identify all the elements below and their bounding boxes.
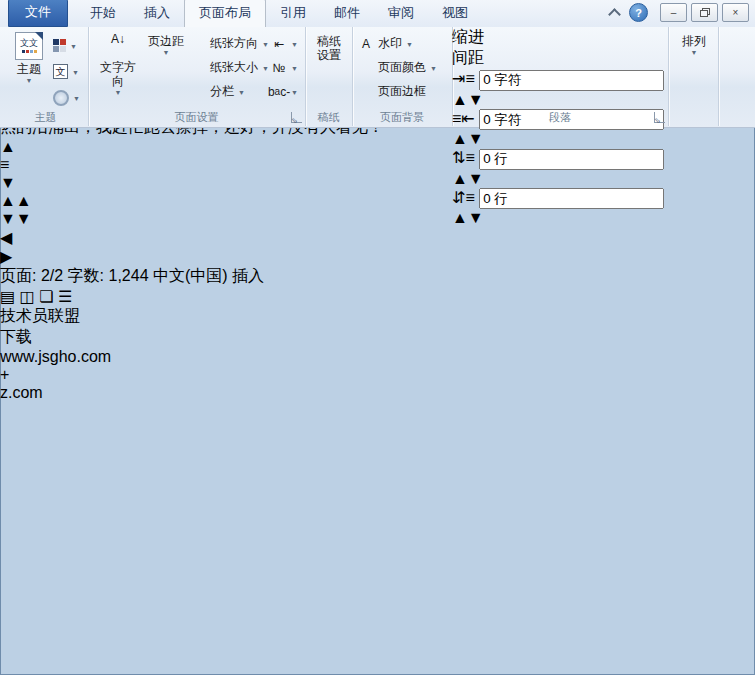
restore-icon — [700, 8, 710, 17]
theme-effects-button[interactable]: ▼ — [53, 87, 80, 108]
theme-effects-icon — [53, 90, 69, 106]
tab-插入[interactable]: 插入 — [130, 0, 184, 27]
spacing-before-spinner: ⇅≡ ▲▼ — [452, 148, 668, 188]
tab-视图[interactable]: 视图 — [428, 0, 482, 27]
indent-right-down[interactable]: ▼ — [468, 130, 484, 147]
full-screen-reading-view-button[interactable]: ◫ — [20, 288, 35, 305]
help-icon[interactable]: ? — [629, 3, 648, 22]
group-label-paragraph: 段落 — [452, 110, 668, 125]
scroll-right-button[interactable]: ▶ — [0, 247, 755, 266]
indent-right-up[interactable]: ▲ — [452, 130, 468, 147]
spacing-after-down[interactable]: ▼ — [468, 209, 484, 226]
indent-left-down[interactable]: ▼ — [468, 91, 484, 108]
status-bar: 页面: 2/2 字数: 1,244 中文(中国) 插入 ▤ ◫ ❏ ☰ — [0, 266, 755, 306]
indent-left-icon: ⇥≡ — [452, 70, 475, 87]
spacing-before-up[interactable]: ▲ — [452, 170, 468, 187]
indent-left-spinner: ⇥≡ ▲▼ — [452, 69, 668, 109]
themes-icon: 文文 — [15, 32, 43, 60]
web-layout-view-button[interactable]: ❏ — [39, 288, 53, 305]
spacing-before-down[interactable]: ▼ — [468, 170, 484, 187]
group-label-page-background: 页面背景 — [352, 110, 452, 125]
theme-colors-icon — [53, 39, 66, 52]
word-window: 文件开始插入页面布局引用邮件审阅视图 ? – × 文文 主题 ▼ ▼ — [0, 0, 755, 675]
view-switcher: ▤ ◫ ❏ ☰ — [0, 287, 755, 306]
line-numbers-button[interactable]: № ▼ — [271, 57, 298, 78]
line-numbers-icon: № — [271, 60, 287, 76]
tab-审阅[interactable]: 审阅 — [374, 0, 428, 27]
page-indicator[interactable]: 页面: 2/2 — [0, 267, 63, 284]
tab-文件[interactable]: 文件 — [8, 0, 68, 27]
spacing-after-input[interactable] — [479, 188, 664, 209]
watermark-plus-icon: + — [0, 366, 755, 384]
tab-页面布局[interactable]: 页面布局 — [184, 0, 266, 27]
theme-fonts-button[interactable]: 文 ▼ — [53, 61, 79, 82]
theme-colors-button[interactable]: ▼ — [53, 35, 77, 56]
collapse-ribbon-icon[interactable] — [608, 8, 621, 21]
group-genko: 稿纸设置 稿纸 — [305, 27, 353, 126]
paper-size-button[interactable]: 纸张大小▼ — [190, 57, 269, 78]
watermark-icon: A — [362, 37, 370, 51]
spacing-after-up[interactable]: ▲ — [452, 209, 468, 226]
page-setup-dialog-launcher[interactable] — [291, 112, 302, 123]
page-borders-button[interactable]: 页面边框 — [358, 81, 426, 102]
watermark-suffix: z.com — [0, 384, 755, 402]
spacing-after-spinner: ⇵≡ ▲▼ — [452, 188, 668, 228]
tab-引用[interactable]: 引用 — [266, 0, 320, 27]
text-direction-icon: A↓ — [105, 32, 131, 58]
print-layout-view-button[interactable]: ▤ — [0, 288, 15, 305]
breaks-button[interactable]: ⇤ ▼ — [271, 33, 298, 54]
columns-button[interactable]: 分栏▼ — [190, 81, 245, 102]
spacing-label: 间距 — [452, 48, 668, 69]
margins-button[interactable]: 页边距 ▼ — [144, 31, 188, 57]
genko-setting-button[interactable]: 稿纸设置 — [307, 31, 351, 63]
breaks-icon: ⇤ — [271, 36, 287, 52]
tab-邮件[interactable]: 邮件 — [320, 0, 374, 27]
window-controls: ? – × — [610, 3, 749, 22]
indent-label: 缩进 — [452, 27, 668, 48]
spacing-after-icon: ⇵≡ — [452, 189, 475, 206]
hyphenation-icon: bac- — [271, 84, 287, 100]
group-label-themes: 主题 — [3, 110, 88, 125]
close-button[interactable]: × — [722, 3, 749, 22]
arrange-button[interactable]: 排列 ▼ — [672, 31, 716, 57]
page-color-button[interactable]: 页面颜色▼ — [358, 57, 437, 78]
paragraph-dialog-launcher[interactable] — [654, 112, 665, 123]
orientation-button[interactable]: 纸张方向▼ — [190, 33, 269, 54]
watermark-download-label: 下载 — [0, 327, 755, 348]
indent-left-up[interactable]: ▲ — [452, 91, 468, 108]
insert-mode-indicator[interactable]: 插入 — [232, 267, 264, 284]
theme-fonts-icon: 文 — [53, 64, 68, 79]
watermark-url: www.jsgho.com — [0, 348, 755, 366]
horizontal-scrollbar[interactable]: ◀ ▶ — [0, 228, 755, 266]
scroll-left-button[interactable]: ◀ — [0, 228, 755, 247]
hyphenation-button[interactable]: bac- ▼ — [271, 81, 298, 102]
spacing-before-icon: ⇅≡ — [452, 149, 475, 166]
group-page-setup: A↓ 文字方向 ▼ 页边距 ▼ 纸张方向▼ 纸张大小▼ 分栏▼ — [88, 27, 306, 126]
ribbon-tab-bar: 文件开始插入页面布局引用邮件审阅视图 ? – × — [0, 0, 755, 28]
outline-view-button[interactable]: ☰ — [58, 288, 72, 305]
watermark-button[interactable]: A 水印▼ — [358, 33, 413, 54]
themes-button[interactable]: 文文 主题 ▼ — [7, 31, 51, 85]
tab-list: 文件开始插入页面布局引用邮件审阅视图 — [8, 2, 482, 27]
group-label-genko: 稿纸 — [305, 110, 352, 125]
indent-left-input[interactable] — [479, 70, 664, 91]
watermark-title: 技术员联盟 — [0, 306, 755, 327]
restore-button[interactable] — [691, 3, 718, 22]
group-page-background: A 水印▼ 页面颜色▼ 页面边框 页面背景 — [352, 27, 453, 126]
text-direction-button[interactable]: A↓ 文字方向 ▼ — [94, 31, 142, 97]
group-arrange: 排列 ▼ — [668, 27, 719, 126]
language-indicator[interactable]: 中文(中国) — [153, 267, 228, 284]
minimize-button[interactable]: – — [660, 3, 687, 22]
group-label-page-setup: 页面设置 — [88, 110, 305, 125]
word-count[interactable]: 字数: 1,244 — [68, 267, 149, 284]
group-themes: 文文 主题 ▼ ▼ 文 ▼ ▼ 主题 — [3, 27, 89, 126]
ribbon: 文文 主题 ▼ ▼ 文 ▼ ▼ 主题 — [0, 27, 755, 128]
tab-开始[interactable]: 开始 — [76, 0, 130, 27]
site-watermark: 技术员联盟 下载 www.jsgho.com + z.com — [0, 306, 755, 402]
group-paragraph: 缩进 间距 ⇥≡ ▲▼ ≡⇤ ▲▼ ⇅≡ ▲▼ ⇵≡ ▲▼ 段落 — [452, 27, 669, 126]
spacing-before-input[interactable] — [479, 149, 664, 170]
